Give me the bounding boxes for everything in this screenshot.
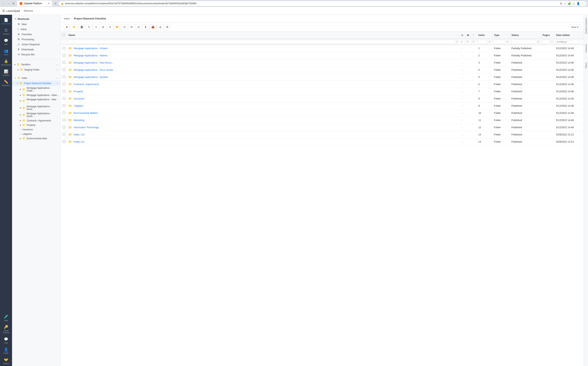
row-checkbox[interactable] xyxy=(63,83,65,85)
toolbar-edit-button[interactable]: ✎ xyxy=(86,24,92,30)
tree-item-mortgage-alberta[interactable]: ▶ 📁 Mortgage Applications - Alber... xyxy=(12,93,61,97)
toolbar-add-folder-button[interactable]: 📁 xyxy=(71,24,78,30)
nav-item-users[interactable]: 👥 Users xyxy=(0,47,12,57)
tab-manager-icon[interactable]: ◻ xyxy=(573,2,575,5)
row-name-text[interactable]: Litigation xyxy=(74,105,83,107)
filter-date-input[interactable] xyxy=(556,40,579,44)
filter-name-input[interactable] xyxy=(68,40,455,44)
nav-item-analytics[interactable]: 📊 Analytics xyxy=(0,68,12,78)
shortcuts-header[interactable]: ▼ Shortcuts xyxy=(12,16,61,22)
tree-item-mortgage-nb[interactable]: ▶ 📁 Mortgage Applications - New ... xyxy=(12,97,61,104)
nav-item-trackers[interactable]: ☰ Trackers xyxy=(0,27,12,37)
nav-item-documents[interactable]: 📄 Documents xyxy=(0,16,12,26)
tree-item-insurance[interactable]: □ Insurance xyxy=(12,127,61,132)
row-name-text[interactable]: Information Technology xyxy=(74,126,99,129)
new-tab-button[interactable]: + xyxy=(54,1,57,6)
nav-item-permissions[interactable]: 🔒 Permissions xyxy=(0,58,12,67)
row-star-icon[interactable]: ☆ xyxy=(461,133,463,136)
breadcrumb-index-link[interactable]: Index xyxy=(64,17,70,20)
sidebar-item-action-required[interactable]: ⚠ Action Required xyxy=(12,42,61,47)
row-name-text[interactable]: Mortgage Applications - Alberta xyxy=(74,54,107,57)
sidebar-item-inbox[interactable]: □ Inbox xyxy=(12,27,61,32)
row-name-text[interactable]: Mortgage Applications - Quebec xyxy=(74,76,108,78)
toolbar-upload-button[interactable]: ⬆ xyxy=(64,24,70,30)
close-tab-icon[interactable]: ✕ xyxy=(48,2,50,5)
row-star-icon[interactable]: ☆ xyxy=(461,61,463,64)
filter-sort-button[interactable]: ▽ xyxy=(472,40,475,43)
tree-item-property[interactable]: ▶ 📁 Property xyxy=(12,123,61,127)
row-checkbox[interactable] xyxy=(63,90,65,92)
sidebar-item-processing[interactable]: ⚙ Processing xyxy=(12,37,61,42)
toolbar-refresh-button[interactable]: ↺ xyxy=(107,24,113,30)
filter-index-input[interactable] xyxy=(478,40,488,44)
extensions-icon[interactable]: 🧩 xyxy=(568,2,571,5)
row-star-icon[interactable]: ☆ xyxy=(461,112,463,115)
row-star-icon[interactable]: ☆ xyxy=(461,47,463,50)
bookmark-icon[interactable]: ☆ xyxy=(564,2,566,5)
row-checkbox[interactable] xyxy=(63,112,65,114)
minimize-button[interactable]: Minimize xyxy=(24,9,33,12)
columns-button[interactable]: Columns xyxy=(585,43,588,54)
row-checkbox[interactable] xyxy=(63,47,65,49)
row-name-text[interactable]: Mortgage Applications - Nova Scotia xyxy=(74,69,113,71)
nav-item-admin-console[interactable]: 🔑 Admin Console xyxy=(0,323,12,335)
row-star-icon[interactable]: ☆ xyxy=(461,69,463,71)
nav-item-profile[interactable]: 👤 Profile xyxy=(0,346,12,356)
row-checkbox[interactable] xyxy=(63,68,65,71)
sidebar-item-new[interactable]: ⚙ New xyxy=(12,22,61,27)
staging-more-icon[interactable]: ⋯ xyxy=(56,68,59,71)
nav-item-chat[interactable]: 💬 Chat xyxy=(0,336,12,345)
toolbar-add-button[interactable]: ➕ xyxy=(78,24,85,30)
details-actions-button[interactable]: Details & Actions xyxy=(585,16,588,36)
row-checkbox[interactable] xyxy=(63,104,65,107)
address-bar[interactable]: 🔒 americas.datasite.com/platform/contain… xyxy=(59,1,587,6)
reload-button[interactable]: ↻ xyxy=(12,1,16,6)
toolbar-copy-button[interactable]: ⧉ xyxy=(100,24,106,30)
project-diamond-more-icon[interactable]: ⋯ xyxy=(56,81,59,85)
row-name-text[interactable]: Environmental Matters xyxy=(74,112,98,114)
row-name-text[interactable]: folder 111 xyxy=(74,140,85,143)
row-name-text[interactable]: Marketing xyxy=(74,119,84,122)
filters-button[interactable]: Filters xyxy=(585,61,588,70)
row-star-icon[interactable]: ☆ xyxy=(461,97,463,100)
sidebar-item-favorites[interactable]: ★ Favorites xyxy=(12,32,61,37)
row-star-icon[interactable]: ☆ xyxy=(461,119,463,122)
index-header[interactable]: ▼ 📁 Index ⋯ xyxy=(12,75,61,81)
toolbar-share-button[interactable]: ⊡ xyxy=(135,24,142,30)
nav-item-redaction[interactable]: ✏️ Redaction xyxy=(0,78,12,88)
sidebar-item-downloads[interactable]: ⬇ Downloads xyxy=(12,47,61,52)
back-button[interactable]: ← xyxy=(1,1,6,6)
browser-tab[interactable]: Datasite Platform ✕ xyxy=(17,0,52,6)
filter-index-button[interactable]: ▽ xyxy=(488,40,491,43)
row-checkbox[interactable] xyxy=(63,140,65,143)
row-name-text[interactable]: Mortgage Applications - Ontario xyxy=(74,47,108,50)
row-checkbox[interactable] xyxy=(63,133,65,136)
row-checkbox[interactable] xyxy=(63,126,65,128)
share-page-icon[interactable]: ⬆ xyxy=(560,2,562,5)
nav-item-support[interactable]: 🤝 Support xyxy=(0,356,12,366)
toolbar-email-button[interactable]: ✉ xyxy=(129,24,135,30)
row-name-text[interactable]: Insurance xyxy=(74,97,84,100)
filter-star-button[interactable]: ▽ xyxy=(461,40,463,43)
row-star-icon[interactable]: ☆ xyxy=(461,76,463,79)
row-name-text[interactable]: Mortgage Applications - New Bruns... xyxy=(74,61,114,64)
row-star-icon[interactable]: ☆ xyxy=(461,90,463,93)
row-name-text[interactable]: Property xyxy=(74,90,83,93)
row-star-icon[interactable]: ☆ xyxy=(461,126,463,129)
tree-item-mortgage-nova[interactable]: ▶ 📁 Mortgage Applications - Nova... xyxy=(12,104,61,111)
user-avatar-icon[interactable]: 👤 xyxy=(577,2,580,5)
tree-item-litigation[interactable]: □ Litigation xyxy=(12,132,61,136)
toolbar-download-button[interactable]: ⬇ xyxy=(142,24,149,30)
tree-item-mortgage-quebec[interactable]: ▶ 📁 Mortgage Applications - Queb... xyxy=(12,111,61,118)
toolbar-download2-button[interactable]: 📥 xyxy=(149,24,156,30)
row-star-icon[interactable]: ☆ xyxy=(461,83,463,86)
row-name-text[interactable]: Contracts / Agreements xyxy=(74,83,99,86)
row-checkbox[interactable] xyxy=(63,61,65,64)
sidebar-item-recycle-bin[interactable]: ↺ Recycle Bin xyxy=(12,52,61,57)
toolbar-print-button[interactable]: 🖨 xyxy=(157,24,163,30)
sandbox-more-icon[interactable]: ⋯ xyxy=(56,62,59,66)
index-more-icon[interactable]: ⋯ xyxy=(56,76,59,80)
menu-icon[interactable]: ⋮ xyxy=(581,2,584,5)
filter-status-input[interactable] xyxy=(511,40,536,44)
toolbar-recycle-button[interactable]: ♻ xyxy=(164,24,170,30)
